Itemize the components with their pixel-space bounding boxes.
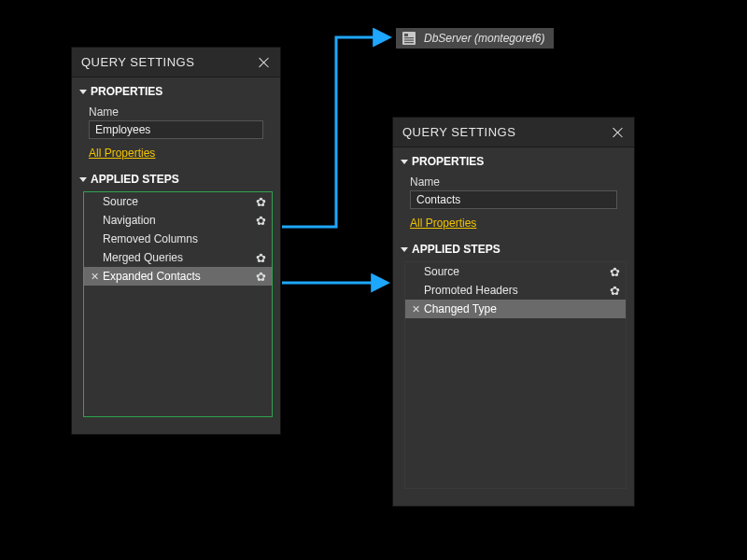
properties-header[interactable]: PROPERTIES: [79, 83, 273, 102]
name-input[interactable]: [410, 190, 617, 209]
panel-title: QUERY SETTINGS: [402, 125, 515, 139]
caret-down-icon: [401, 247, 408, 252]
applied-step-label: Promoted Headers: [422, 284, 610, 297]
applied-step-label: Source: [101, 195, 256, 208]
applied-step[interactable]: ✕Changed Type: [405, 300, 626, 318]
applied-step[interactable]: Source✿: [405, 262, 626, 281]
gear-icon[interactable]: ✿: [256, 196, 266, 208]
all-properties-link[interactable]: All Properties: [89, 147, 155, 160]
applied-steps-header-label: APPLIED STEPS: [91, 173, 179, 186]
applied-steps-header-label: APPLIED STEPS: [412, 243, 500, 256]
name-input[interactable]: [89, 120, 263, 139]
applied-step[interactable]: Removed Columns: [84, 230, 272, 248]
gear-icon[interactable]: ✿: [610, 285, 620, 297]
gear-icon[interactable]: ✿: [256, 252, 266, 264]
applied-steps-section: APPLIED STEPS Source✿Navigation✿Removed …: [72, 165, 280, 427]
properties-header[interactable]: PROPERTIES: [401, 153, 627, 172]
applied-step[interactable]: ✕Expanded Contacts✿: [84, 267, 272, 286]
all-properties-link[interactable]: All Properties: [410, 217, 476, 230]
applied-steps-list: Source✿Navigation✿Removed ColumnsMerged …: [83, 191, 273, 417]
svg-rect-2: [404, 37, 414, 38]
svg-rect-3: [404, 40, 414, 41]
applied-step-label: Changed Type: [422, 302, 620, 315]
applied-step-label: Removed Columns: [101, 232, 266, 245]
delete-step-icon[interactable]: ✕: [409, 303, 422, 315]
close-icon[interactable]: [258, 56, 271, 69]
caret-down-icon: [79, 90, 87, 94]
panel-title-bar: QUERY SETTINGS: [393, 118, 634, 147]
caret-down-icon: [401, 160, 408, 164]
properties-section: PROPERTIES Name All Properties: [72, 77, 280, 165]
panel-title: QUERY SETTINGS: [81, 55, 194, 69]
query-settings-panel-right: QUERY SETTINGS PROPERTIES Name All Prope…: [392, 117, 635, 507]
close-icon[interactable]: [612, 126, 625, 139]
delete-step-icon[interactable]: ✕: [88, 271, 101, 283]
query-settings-panel-left: QUERY SETTINGS PROPERTIES Name All Prope…: [71, 47, 281, 435]
caret-down-icon: [79, 177, 87, 182]
name-label: Name: [410, 175, 627, 189]
applied-step[interactable]: Merged Queries✿: [84, 248, 272, 267]
applied-step-label: Navigation: [101, 214, 256, 227]
applied-step[interactable]: Promoted Headers✿: [405, 281, 626, 300]
properties-section: PROPERTIES Name All Properties: [393, 147, 634, 235]
properties-header-label: PROPERTIES: [91, 85, 162, 98]
applied-step[interactable]: Source✿: [84, 192, 272, 211]
db-server-node[interactable]: DbServer (montegoref6): [396, 28, 554, 49]
svg-rect-4: [404, 42, 414, 43]
applied-steps-header[interactable]: APPLIED STEPS: [401, 241, 627, 259]
applied-steps-list: Source✿Promoted Headers✿✕Changed Type: [404, 261, 627, 489]
applied-steps-section: APPLIED STEPS Source✿Promoted Headers✿✕C…: [393, 235, 634, 498]
name-label: Name: [89, 105, 273, 119]
applied-steps-header[interactable]: APPLIED STEPS: [79, 171, 273, 189]
db-server-label: DbServer (montegoref6): [424, 32, 544, 45]
applied-step-label: Merged Queries: [101, 251, 256, 264]
gear-icon[interactable]: ✿: [256, 271, 266, 283]
database-icon: [402, 31, 416, 46]
applied-step-label: Source: [422, 265, 610, 278]
applied-step[interactable]: Navigation✿: [84, 211, 272, 230]
gear-icon[interactable]: ✿: [610, 266, 620, 278]
gear-icon[interactable]: ✿: [256, 215, 266, 227]
properties-header-label: PROPERTIES: [412, 155, 484, 168]
panel-title-bar: QUERY SETTINGS: [72, 48, 280, 77]
svg-rect-1: [404, 34, 408, 36]
applied-step-label: Expanded Contacts: [101, 270, 256, 283]
